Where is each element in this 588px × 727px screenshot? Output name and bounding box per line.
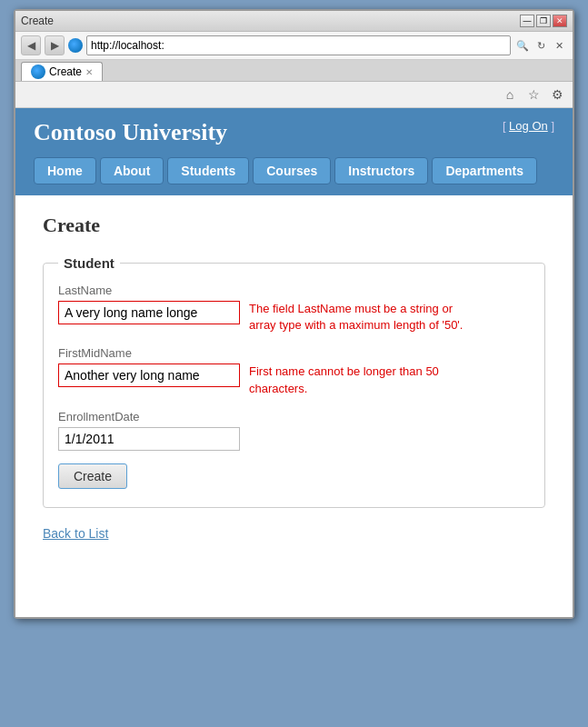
student-fieldset: Student LastName The field LastName must… [43, 255, 545, 508]
home-toolbar-icon[interactable]: ⌂ [500, 85, 520, 105]
restore-button[interactable]: ❐ [536, 15, 551, 27]
nav-item-students[interactable]: Students [167, 157, 249, 184]
firstmidname-row: First name cannot be longer than 50 char… [58, 364, 530, 396]
browser-window: Create — ❐ ✕ ◀ ▶ 🔍 ↻ ✕ Create ✕ ⌂ [14, 9, 574, 619]
lastname-label: LastName [58, 284, 530, 297]
active-tab[interactable]: Create ✕ [21, 62, 103, 81]
site-title: Contoso University [34, 119, 227, 146]
tab-label: Create [49, 65, 82, 78]
back-to-list-link[interactable]: Back to List [43, 526, 108, 541]
page-content: Contoso University [ Log On ] Home About… [15, 108, 573, 617]
enrollmentdate-label: EnrollmentDate [58, 410, 530, 423]
window-title: Create [21, 15, 54, 27]
title-bar: Create — ❐ ✕ [15, 11, 573, 32]
logon-link[interactable]: Log On [509, 119, 548, 133]
tab-icon [31, 65, 45, 79]
address-icons: 🔍 ↻ ✕ [514, 37, 567, 54]
site-header: Contoso University [ Log On ] [15, 108, 573, 157]
enrollmentdate-group: EnrollmentDate [58, 410, 530, 451]
browser-toolbar: ⌂ ☆ ⚙ [15, 82, 573, 108]
lastname-error: The field LastName must be a string or a… [249, 301, 476, 334]
tab-bar: Create ✕ [15, 60, 573, 82]
firstmidname-input[interactable] [58, 364, 240, 387]
enrollmentdate-input[interactable] [58, 427, 240, 451]
nav-item-home[interactable]: Home [34, 157, 96, 184]
forward-button[interactable]: ▶ [45, 35, 65, 55]
lastname-row: The field LastName must be a string or a… [58, 301, 530, 334]
nav-item-departments[interactable]: Departments [432, 157, 537, 184]
firstmidname-label: FirstMidName [58, 346, 530, 360]
window-controls: — ❐ ✕ [520, 15, 567, 27]
logon-suffix: ] [548, 119, 554, 133]
main-content: Create Student LastName The field LastNa… [15, 195, 573, 568]
address-input[interactable] [86, 35, 511, 55]
nav-item-about[interactable]: About [100, 157, 164, 184]
stop-icon[interactable]: ✕ [551, 37, 567, 54]
firstmidname-group: FirstMidName First name cannot be longer… [58, 346, 530, 396]
forward-icon: ▶ [51, 39, 59, 52]
lastname-group: LastName The field LastName must be a st… [58, 284, 530, 334]
address-bar: ◀ ▶ 🔍 ↻ ✕ [15, 32, 573, 60]
favorites-toolbar-icon[interactable]: ☆ [523, 85, 543, 105]
back-button[interactable]: ◀ [21, 35, 41, 55]
nav-item-instructors[interactable]: Instructors [334, 157, 428, 184]
lastname-input[interactable] [58, 301, 240, 324]
nav-item-courses[interactable]: Courses [253, 157, 331, 184]
search-icon[interactable]: 🔍 [514, 37, 531, 54]
back-icon: ◀ [27, 39, 35, 52]
minimize-button[interactable]: — [520, 15, 534, 27]
refresh-icon[interactable]: ↻ [533, 37, 549, 54]
browser-icon [68, 38, 83, 53]
student-legend: Student [58, 255, 120, 271]
submit-group: Create [58, 463, 530, 489]
logon-area: [ Log On ] [503, 119, 554, 133]
tab-close-icon[interactable]: ✕ [85, 67, 93, 77]
firstmidname-error: First name cannot be longer than 50 char… [249, 364, 476, 396]
tools-toolbar-icon[interactable]: ⚙ [547, 85, 567, 105]
enrollmentdate-row [58, 427, 530, 451]
nav-bar: Home About Students Courses Instructors … [15, 157, 573, 195]
page-heading: Create [43, 214, 545, 237]
close-button[interactable]: ✕ [553, 15, 567, 27]
create-button[interactable]: Create [58, 463, 127, 489]
